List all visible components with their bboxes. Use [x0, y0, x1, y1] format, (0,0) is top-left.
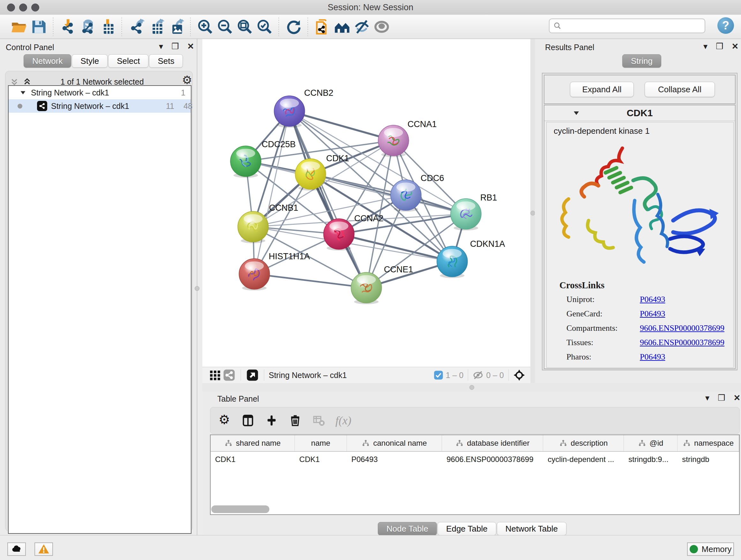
import-database-button[interactable] — [77, 17, 97, 37]
panel-close-icon[interactable]: ✕ — [187, 42, 194, 51]
panel-close-icon[interactable]: ✕ — [733, 393, 740, 403]
crosslink-link[interactable]: 9606.ENSP00000378699 — [640, 323, 724, 333]
expand-all-button[interactable]: Expand All — [570, 82, 634, 97]
refresh-network-button[interactable] — [283, 17, 303, 37]
tab-network-table[interactable]: Network Table — [497, 522, 566, 536]
detach-view-icon[interactable] — [246, 368, 259, 382]
save-session-button[interactable] — [29, 17, 49, 37]
network-graph[interactable]: CCNB2CCNA1CDC25BCDK1CDC6RB1CCNB1CCNA2CDK… — [202, 39, 530, 367]
table-cell[interactable]: P06493 — [347, 452, 442, 467]
selected-checkbox-icon[interactable] — [434, 370, 443, 380]
node-RB1[interactable]: RB1 — [451, 193, 497, 231]
collapse-all-button[interactable]: Collapse All — [645, 82, 715, 97]
network-from-selection-button[interactable] — [313, 17, 332, 37]
first-neighbors-button[interactable] — [332, 17, 352, 37]
crosslink-link[interactable]: P06493 — [640, 352, 665, 362]
show-columns-icon[interactable] — [241, 414, 255, 428]
protein-structure-image — [556, 139, 729, 277]
panel-menu-icon[interactable]: ▾ — [705, 393, 710, 403]
node-section-header[interactable]: CDK1 — [544, 105, 735, 121]
network-view-icon[interactable] — [222, 368, 236, 382]
export-network-button[interactable] — [126, 17, 146, 37]
tab-style[interactable]: Style — [72, 54, 108, 68]
tab-network[interactable]: Network — [23, 54, 71, 68]
hidden-count: 0 – 0 — [486, 371, 504, 380]
status-bar: Memory — [0, 535, 741, 560]
column-header-name[interactable]: name — [295, 435, 347, 451]
tab-edge-table[interactable]: Edge Table — [437, 522, 496, 536]
node-HIST1H1A[interactable]: HIST1H1A — [239, 252, 310, 291]
column-header-shared-name[interactable]: shared name — [211, 435, 295, 451]
node-CCNA1[interactable]: CCNA1 — [378, 119, 437, 157]
show-all-button[interactable] — [372, 17, 392, 37]
hide-selected-button[interactable] — [352, 17, 372, 37]
splitter-handle[interactable] — [469, 385, 474, 390]
panel-float-icon[interactable]: ❒ — [172, 42, 179, 51]
help-button[interactable]: ? — [718, 17, 734, 34]
edge-CCNB2-HIST1H1A[interactable] — [254, 111, 289, 274]
node-CCNE1[interactable]: CCNE1 — [351, 265, 413, 304]
export-image-button[interactable] — [166, 17, 186, 37]
search-input[interactable] — [562, 21, 700, 30]
panel-menu-icon[interactable]: ▾ — [703, 42, 708, 51]
export-table-button[interactable] — [146, 17, 166, 37]
table-row[interactable]: CDK1CDK1P064939606.ENSP00000378699cyclin… — [211, 452, 739, 467]
panel-float-icon[interactable]: ❒ — [716, 42, 723, 51]
panel-close-icon[interactable]: ✕ — [731, 42, 738, 51]
zoom-in-button[interactable] — [195, 17, 215, 37]
column-header-description[interactable]: description — [543, 435, 624, 451]
import-table-button[interactable] — [97, 17, 117, 37]
table-cell[interactable]: CDK1 — [211, 452, 295, 467]
splitter-handle[interactable] — [530, 211, 535, 215]
table-cell[interactable]: CDK1 — [295, 452, 347, 467]
edge-CCNB2-CCNE1[interactable] — [289, 111, 366, 288]
expander-icon[interactable] — [19, 89, 26, 96]
create-column-icon[interactable] — [265, 414, 279, 428]
cloud-button[interactable] — [7, 543, 26, 556]
column-header-canonical-name[interactable]: canonical name — [347, 435, 442, 451]
zoom-fit-button[interactable] — [234, 17, 254, 37]
memory-label: Memory — [702, 544, 732, 554]
node-label-CCNA1: CCNA1 — [408, 119, 437, 129]
table-cell[interactable]: stringdb — [677, 452, 739, 467]
table-horizontal-scrollbar[interactable] — [211, 505, 269, 513]
open-session-button[interactable] — [9, 17, 29, 37]
table-cell[interactable]: 9606.ENSP00000378699 — [442, 452, 543, 467]
network-canvas[interactable]: CCNB2CCNA1CDC25BCDK1CDC6RB1CCNB1CCNA2CDK… — [202, 39, 530, 367]
zoom-out-button[interactable] — [215, 17, 234, 37]
memory-button[interactable]: Memory — [687, 543, 734, 556]
splitter-handle[interactable] — [195, 286, 199, 291]
zoom-selected-button[interactable] — [254, 17, 274, 37]
column-header--id[interactable]: @id — [624, 435, 677, 451]
network-collection-row[interactable]: String Network – cdk1 1 — [9, 86, 191, 99]
grid-view-icon[interactable] — [208, 368, 222, 382]
crosslink-link[interactable]: 9606.ENSP00000378699 — [640, 338, 724, 348]
table-cell[interactable]: cyclin-dependent ... — [543, 452, 624, 467]
node-table[interactable]: shared namenamecanonical namedatabase id… — [210, 435, 740, 515]
column-label: description — [570, 439, 608, 448]
edge-CCNE1-HIST1H1A[interactable] — [254, 274, 366, 288]
column-header-database-identifier[interactable]: database identifier — [442, 435, 543, 451]
table-settings-gear-icon[interactable]: ⚙ — [217, 413, 231, 427]
table-cell[interactable]: stringdb:9... — [624, 452, 677, 467]
crosslink-link[interactable]: P06493 — [640, 309, 665, 319]
panel-float-icon[interactable]: ❒ — [718, 393, 725, 403]
network-options-gear-icon[interactable]: ⚙ — [182, 73, 192, 87]
tab-node-table[interactable]: Node Table — [378, 522, 437, 536]
crosslink-link[interactable]: P06493 — [640, 295, 665, 304]
column-header-namespace[interactable]: namespace — [677, 435, 739, 451]
delete-column-icon[interactable] — [288, 414, 302, 428]
search-box[interactable] — [549, 18, 705, 33]
node-CDKN1A[interactable]: CDKN1A — [437, 239, 505, 278]
tab-sets[interactable]: Sets — [149, 54, 183, 68]
panel-menu-icon[interactable]: ▾ — [159, 42, 163, 51]
table-panel-controls: ▾ ❒ ✕ — [705, 393, 740, 403]
network-row-selected[interactable]: String Network – cdk1 11 48 — [9, 99, 191, 113]
tab-string[interactable]: String — [622, 54, 661, 68]
birdseye-toggle-icon[interactable] — [513, 369, 525, 381]
node-description-box: cyclin-dependent kinase 1 — [546, 122, 734, 368]
tab-select[interactable]: Select — [108, 54, 148, 68]
warnings-button[interactable] — [35, 543, 53, 556]
import-network-button[interactable] — [58, 17, 77, 37]
hidden-eye-icon[interactable] — [473, 370, 483, 381]
